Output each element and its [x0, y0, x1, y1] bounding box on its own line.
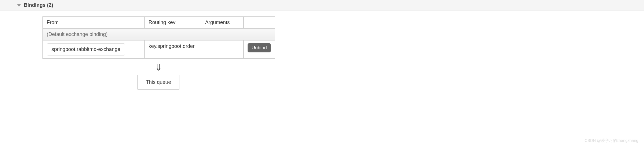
- watermark: CSDN @爱学习的zhangzhang: [585, 138, 638, 143]
- this-queue-box: This queue: [138, 75, 179, 89]
- table-row: springboot.rabbitmq-exchange key.springb…: [43, 40, 275, 59]
- bindings-content: From Routing key Arguments (Default exch…: [0, 11, 644, 95]
- default-exchange-row: (Default exchange binding): [43, 29, 275, 40]
- arrow-down-icon: ⇓: [42, 62, 274, 73]
- default-exchange-cell: (Default exchange binding): [43, 29, 275, 40]
- cell-routing-key: key.springboot.order: [145, 40, 201, 59]
- header-actions: [244, 17, 275, 29]
- exchange-link[interactable]: springboot.rabbitmq-exchange: [47, 43, 125, 56]
- cell-actions: Unbind: [244, 40, 275, 59]
- header-arguments: Arguments: [201, 17, 244, 29]
- collapse-arrow-icon: [17, 4, 21, 7]
- header-routing-key: Routing key: [145, 17, 201, 29]
- unbind-button[interactable]: Unbind: [248, 43, 271, 52]
- header-from: From: [43, 17, 145, 29]
- table-header-row: From Routing key Arguments: [43, 17, 275, 29]
- bindings-table: From Routing key Arguments (Default exch…: [42, 16, 275, 59]
- queue-box-wrapper: This queue: [42, 75, 274, 89]
- section-title: Bindings (2): [24, 2, 53, 8]
- cell-arguments: [201, 40, 244, 59]
- section-header[interactable]: Bindings (2): [0, 0, 644, 11]
- cell-from: springboot.rabbitmq-exchange: [43, 40, 145, 59]
